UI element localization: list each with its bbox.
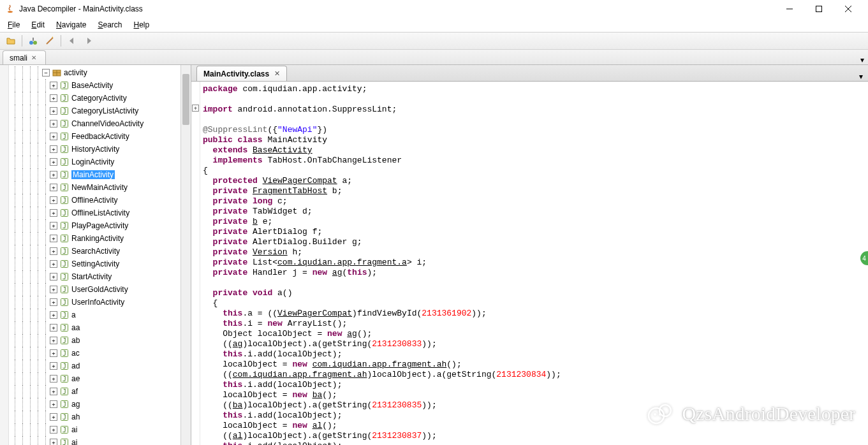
tree-node-activity[interactable]: −activity: [9, 66, 180, 79]
menu-file[interactable]: File: [3, 19, 25, 31]
tree-node-ag[interactable]: +Jag: [9, 398, 180, 411]
tree-expand-icon[interactable]: +: [50, 426, 57, 434]
tree-node-aj[interactable]: +Jaj: [9, 436, 180, 445]
tree-expand-icon[interactable]: +: [50, 209, 57, 217]
tree-node-ai[interactable]: +Jai: [9, 423, 180, 436]
save-icon[interactable]: [26, 34, 40, 48]
tree-expand-icon[interactable]: +: [50, 222, 57, 230]
tree-node-baseactivity[interactable]: +JBaseActivity: [9, 79, 180, 92]
tree-expand-icon[interactable]: +: [50, 286, 57, 293]
project-tab-smali[interactable]: smali ✕: [3, 50, 46, 64]
tree-node-ad[interactable]: +Jad: [9, 360, 180, 372]
tree-node-mainactivity[interactable]: +JMainActivity: [9, 168, 180, 181]
class-icon: J: [60, 132, 69, 141]
tree-node-offlinelistactivity[interactable]: +JOfflineListActivity: [9, 207, 180, 219]
tree-node-af[interactable]: +Jaf: [9, 385, 180, 398]
menu-search[interactable]: Search: [92, 19, 127, 31]
tree-expand-icon[interactable]: +: [50, 375, 57, 383]
arrow-right-icon[interactable]: [82, 34, 96, 48]
tree-node-usergoldactivity[interactable]: +JUserGoldActivity: [9, 283, 180, 296]
tree-expand-icon[interactable]: +: [50, 133, 57, 140]
tree-node-categoryactivity[interactable]: +JCategoryActivity: [9, 92, 180, 105]
editor-pane: MainActivity.class ✕ ▾ + package com.iqu…: [191, 65, 868, 445]
svg-text:J: J: [63, 95, 66, 102]
tree-expand-icon[interactable]: +: [50, 158, 57, 166]
editor-tab-mainactivity[interactable]: MainActivity.class ✕: [196, 66, 287, 81]
tree-expand-icon[interactable]: +: [50, 298, 57, 306]
tree-expand-icon[interactable]: +: [50, 235, 57, 242]
tree-node-channelvideoactivity[interactable]: +JChannelVideoActivity: [9, 117, 180, 130]
wand-icon[interactable]: [43, 34, 57, 48]
close-icon[interactable]: ✕: [274, 69, 280, 78]
tree-node-feedbackactivity[interactable]: +JFeedbackActivity: [9, 130, 180, 143]
tree-expand-icon[interactable]: +: [50, 337, 57, 344]
tree-pane: −activity+JBaseActivity+JCategoryActivit…: [0, 65, 191, 445]
tree-node-newmainactivity[interactable]: +JNewMainActivity: [9, 181, 180, 194]
menu-help[interactable]: Help: [128, 19, 154, 31]
maximize-button[interactable]: [804, 0, 834, 18]
svg-text:J: J: [63, 439, 66, 445]
svg-rect-6: [33, 38, 34, 41]
tree-expand-icon[interactable]: +: [50, 107, 57, 115]
close-icon[interactable]: ✕: [31, 54, 36, 61]
menu-edit[interactable]: Edit: [26, 19, 50, 31]
tree-expand-icon[interactable]: +: [50, 311, 57, 319]
tree-node-ae[interactable]: +Jae: [9, 372, 180, 385]
tree-node-startactivity[interactable]: +JStartActivity: [9, 270, 180, 283]
tree-node-loginactivity[interactable]: +JLoginActivity: [9, 156, 180, 168]
svg-text:J: J: [63, 248, 66, 255]
class-icon: J: [60, 374, 69, 383]
chevron-down-icon[interactable]: ▾: [859, 72, 863, 81]
tree-node-historyactivity[interactable]: +JHistoryActivity: [9, 143, 180, 156]
tree-expand-icon[interactable]: +: [50, 120, 57, 128]
tree-expand-icon[interactable]: +: [50, 388, 57, 395]
package-tree[interactable]: −activity+JBaseActivity+JCategoryActivit…: [9, 65, 180, 445]
class-icon: J: [60, 183, 69, 192]
tree-expand-icon[interactable]: +: [50, 247, 57, 255]
open-folder-icon[interactable]: [4, 34, 18, 48]
tree-expand-icon[interactable]: +: [50, 362, 57, 370]
tree-node-aa[interactable]: +Jaa: [9, 321, 180, 334]
svg-text:J: J: [63, 376, 66, 383]
tree-expand-icon[interactable]: +: [50, 273, 57, 281]
tree-node-a[interactable]: +Ja: [9, 309, 180, 321]
close-button[interactable]: [834, 0, 863, 18]
tree-scrollbar[interactable]: [180, 65, 191, 445]
tree-node-ab[interactable]: +Jab: [9, 334, 180, 347]
tree-expand-icon[interactable]: +: [50, 349, 57, 357]
editor: + package com.iqudian.app.activity; impo…: [191, 82, 868, 445]
code-area[interactable]: package com.iqudian.app.activity; import…: [200, 82, 868, 445]
arrow-left-icon[interactable]: [65, 34, 79, 48]
tree-node-settingactivity[interactable]: +JSettingActivity: [9, 258, 180, 270]
tree-expand-icon[interactable]: +: [50, 413, 57, 421]
tree-expand-icon[interactable]: +: [50, 184, 57, 191]
tree-node-ac[interactable]: +Jac: [9, 347, 180, 360]
tree-expand-icon[interactable]: +: [50, 260, 57, 268]
minimize-button[interactable]: [775, 0, 804, 18]
chevron-down-icon[interactable]: ▾: [860, 55, 864, 64]
tree-node-ah[interactable]: +Jah: [9, 411, 180, 423]
tree-expand-icon[interactable]: +: [50, 439, 57, 445]
tree-expand-icon[interactable]: +: [50, 82, 57, 89]
svg-text:J: J: [63, 82, 66, 89]
tree-node-searchactivity[interactable]: +JSearchActivity: [9, 245, 180, 258]
tree-expand-icon[interactable]: +: [50, 94, 57, 102]
svg-point-5: [33, 41, 37, 45]
tree-expand-icon[interactable]: +: [50, 145, 57, 153]
tree-expand-icon[interactable]: +: [50, 324, 57, 332]
scroll-thumb[interactable]: [182, 74, 189, 125]
svg-text:J: J: [63, 337, 66, 344]
tree-node-rankingactivity[interactable]: +JRankingActivity: [9, 232, 180, 245]
menu-navigate[interactable]: Navigate: [51, 19, 91, 31]
tree-collapse-icon[interactable]: −: [42, 69, 50, 77]
tree-expand-icon[interactable]: +: [50, 171, 57, 179]
tree-expand-icon[interactable]: +: [50, 400, 57, 408]
tree-node-playpageactivity[interactable]: +JPlayPageActivity: [9, 219, 180, 232]
tree-expand-icon[interactable]: +: [50, 196, 57, 204]
svg-text:J: J: [63, 414, 66, 421]
tree-node-offlineactivity[interactable]: +JOfflineActivity: [9, 194, 180, 207]
fold-expand-icon[interactable]: +: [192, 105, 199, 112]
class-icon: J: [60, 400, 69, 409]
tree-node-userinfoactivity[interactable]: +JUserInfoActivity: [9, 296, 180, 309]
tree-node-categorylistactivity[interactable]: +JCategoryListActivity: [9, 105, 180, 117]
